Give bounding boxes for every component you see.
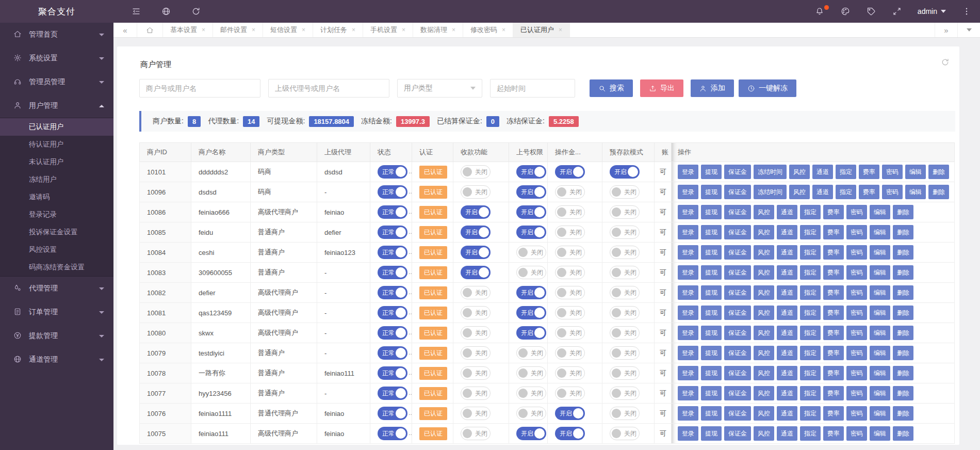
upload-toggle[interactable]: 开启 <box>516 226 546 239</box>
action-assign-button[interactable]: 指定 <box>800 225 821 239</box>
start-date-input[interactable] <box>490 79 575 98</box>
status-toggle[interactable]: 正常 <box>378 387 407 400</box>
operate-fund-toggle[interactable]: 开启 <box>555 427 585 440</box>
tab-计划任务[interactable]: 计划任务× <box>313 23 363 37</box>
close-icon[interactable]: × <box>452 26 455 34</box>
sidebar-subitem-已认证用户[interactable]: 已认证用户 <box>0 118 113 136</box>
action-risk-control-button[interactable]: 风控 <box>754 265 774 280</box>
action-rate-button[interactable]: 费率 <box>823 346 844 360</box>
action-assign-button[interactable]: 指定 <box>800 205 821 219</box>
sidebar-item-通道管理[interactable]: 通道管理 <box>0 348 113 372</box>
action-deposit-button[interactable]: 保证金 <box>724 366 751 380</box>
upload-toggle[interactable]: 开启 <box>516 306 546 319</box>
action-deposit-button[interactable]: 保证金 <box>724 265 751 280</box>
prepay-toggle[interactable]: 关闭 <box>610 306 640 319</box>
action-channel-button[interactable]: 通道 <box>777 285 797 300</box>
action-channel-button[interactable]: 通道 <box>777 426 797 441</box>
action-login-button[interactable]: 登录 <box>678 346 698 360</box>
action-withdraw-button[interactable]: 提现 <box>701 346 722 360</box>
action-deposit-button[interactable]: 保证金 <box>724 426 751 441</box>
action-withdraw-button[interactable]: 提现 <box>701 265 722 280</box>
action-channel-button[interactable]: 通道 <box>777 265 797 280</box>
action-assign-button[interactable]: 指定 <box>800 306 821 320</box>
user-type-select[interactable]: 用户类型 <box>397 79 482 98</box>
operate-fund-toggle[interactable]: 关闭 <box>555 185 585 199</box>
receive-toggle[interactable]: 关闭 <box>461 306 491 319</box>
status-toggle[interactable]: 正常 <box>378 306 407 319</box>
action-channel-button[interactable]: 通道 <box>777 306 797 320</box>
action-rate-button[interactable]: 费率 <box>823 306 844 320</box>
action-assign-button[interactable]: 指定 <box>800 426 821 441</box>
action-edit-button[interactable]: 编辑 <box>870 426 890 441</box>
action-edit-button[interactable]: 编辑 <box>870 386 890 400</box>
action-assign-button[interactable]: 指定 <box>800 346 821 360</box>
status-toggle[interactable]: 正常 <box>378 407 407 420</box>
action-withdraw-button[interactable]: 提现 <box>701 285 722 300</box>
action-assign-button[interactable]: 指定 <box>800 366 821 380</box>
action-edit-button[interactable]: 编辑 <box>870 265 890 280</box>
action-login-button[interactable]: 登录 <box>678 406 698 421</box>
action-login-button[interactable]: 登录 <box>678 366 698 380</box>
receive-toggle[interactable]: 关闭 <box>461 407 491 420</box>
action-rate-button[interactable]: 费率 <box>859 185 879 199</box>
action-rate-button[interactable]: 费率 <box>823 245 844 260</box>
action-edit-button[interactable]: 编辑 <box>870 346 890 360</box>
status-toggle[interactable]: 正常 <box>378 266 407 279</box>
upload-toggle[interactable]: 关闭 <box>516 266 546 279</box>
sidebar-subitem-登录记录[interactable]: 登录记录 <box>0 206 113 223</box>
receive-toggle[interactable]: 关闭 <box>461 427 491 440</box>
status-toggle[interactable]: 正常 <box>378 205 407 219</box>
prepay-toggle[interactable]: 关闭 <box>610 205 640 219</box>
outdent-icon[interactable] <box>131 6 141 17</box>
sidebar-subitem-邀请码[interactable]: 邀请码 <box>0 188 113 206</box>
action-delete-button[interactable]: 删除 <box>893 225 913 239</box>
action-rate-button[interactable]: 费率 <box>823 386 844 400</box>
status-toggle[interactable]: 正常 <box>378 326 407 340</box>
upload-toggle[interactable]: 关闭 <box>516 346 546 360</box>
action-withdraw-button[interactable]: 提现 <box>701 165 722 179</box>
action-deposit-button[interactable]: 保证金 <box>724 285 751 300</box>
action-login-button[interactable]: 登录 <box>678 165 698 179</box>
upload-toggle[interactable]: 关闭 <box>516 387 546 400</box>
action-edit-button[interactable]: 编辑 <box>870 225 890 239</box>
operate-fund-toggle[interactable]: 关闭 <box>555 346 585 360</box>
action-assign-button[interactable]: 指定 <box>836 165 856 179</box>
sidebar-item-提款管理[interactable]: 提款管理 <box>0 324 113 348</box>
action-deposit-button[interactable]: 保证金 <box>724 406 751 421</box>
action-assign-button[interactable]: 指定 <box>800 406 821 421</box>
operate-fund-toggle[interactable]: 关闭 <box>555 306 585 319</box>
receive-toggle[interactable]: 关闭 <box>461 346 491 360</box>
action-delete-button[interactable]: 删除 <box>893 346 913 360</box>
action-delete-button[interactable]: 删除 <box>893 366 913 380</box>
prepay-toggle[interactable]: 关闭 <box>610 266 640 279</box>
action-delete-button[interactable]: 删除 <box>893 326 913 340</box>
operate-fund-toggle[interactable]: 关闭 <box>555 205 585 219</box>
tag-icon[interactable] <box>866 6 876 17</box>
action-channel-button[interactable]: 通道 <box>812 165 833 179</box>
action-edit-button[interactable]: 编辑 <box>870 245 890 260</box>
tabs-scroll-left[interactable]: « <box>113 23 137 37</box>
action-password-button[interactable]: 密码 <box>846 225 867 239</box>
prepay-toggle[interactable]: 关闭 <box>610 226 640 239</box>
action-delete-button[interactable]: 删除 <box>893 205 913 219</box>
prepay-toggle[interactable]: 开启 <box>610 165 640 179</box>
action-withdraw-button[interactable]: 提现 <box>701 386 722 400</box>
prepay-toggle[interactable]: 关闭 <box>610 346 640 360</box>
action-password-button[interactable]: 密码 <box>846 306 867 320</box>
receive-toggle[interactable]: 开启 <box>461 226 491 239</box>
action-login-button[interactable]: 登录 <box>678 185 698 199</box>
action-channel-button[interactable]: 通道 <box>777 366 797 380</box>
action-assign-button[interactable]: 指定 <box>800 245 821 260</box>
upload-toggle[interactable]: 开启 <box>516 326 546 340</box>
status-toggle[interactable]: 正常 <box>378 346 407 360</box>
palette-icon[interactable] <box>840 6 851 17</box>
receive-toggle[interactable]: 关闭 <box>461 185 491 199</box>
action-withdraw-button[interactable]: 提现 <box>701 185 722 199</box>
action-assign-button[interactable]: 指定 <box>836 185 856 199</box>
sidebar-subitem-冻结用户[interactable]: 冻结用户 <box>0 171 113 188</box>
sidebar-subitem-风控设置[interactable]: 风控设置 <box>0 241 113 259</box>
action-withdraw-button[interactable]: 提现 <box>701 306 722 320</box>
action-password-button[interactable]: 密码 <box>846 386 867 400</box>
action-delete-button[interactable]: 删除 <box>893 265 913 280</box>
tabs-menu-caret[interactable] <box>957 23 980 37</box>
